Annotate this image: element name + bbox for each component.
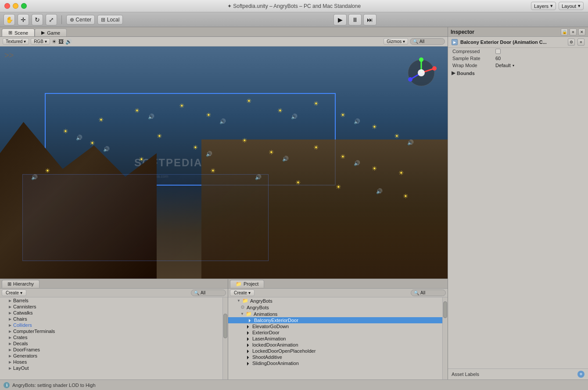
hierarchy-item-decals[interactable]: ▶ Decals <box>0 340 228 347</box>
add-label-button[interactable]: + <box>577 371 584 378</box>
hierarchy-item-crates[interactable]: ▶ Crates <box>0 334 228 340</box>
hierarchy-item-hoses[interactable]: ▶ Hoses <box>0 359 228 365</box>
image-icon: 🖼 <box>58 39 64 45</box>
close-button[interactable] <box>4 3 10 9</box>
hierarchy-icon: ⊞ <box>7 281 11 287</box>
anim-icon: ⏵ <box>246 330 251 335</box>
wrap-mode-label: Wrap Mode <box>452 63 492 68</box>
status-info-icon: ℹ <box>4 382 10 388</box>
inspector-spacer <box>448 77 588 369</box>
hierarchy-create-button[interactable]: Create ▾ <box>2 290 26 296</box>
toolbar-separator <box>61 15 62 24</box>
project-item-laser-animation[interactable]: ⏵ LaserAnimation <box>228 336 448 342</box>
sample-rate-label: Sample Rate <box>452 56 492 61</box>
project-header: 📁 Project <box>228 279 448 289</box>
hierarchy-item-barrels[interactable]: ▶ Barrels <box>0 297 228 304</box>
move-tool-button[interactable]: ✛ <box>18 14 29 25</box>
project-item-shoot-additive[interactable]: ⏵ ShootAdditive <box>228 354 448 360</box>
textured-button[interactable]: Textured ▾ <box>3 38 29 45</box>
project-search-field[interactable]: 🔍 All <box>411 290 446 296</box>
file-icon: ⚙ <box>240 304 245 310</box>
titlebar: ✦ Softpedia.unity – AngryBots – PC and M… <box>0 0 588 12</box>
project-item-exterior-door[interactable]: ⏵ ExteriorDoor <box>228 329 448 336</box>
layout-dropdown[interactable]: Layout ▾ <box>559 2 584 10</box>
viewport-search[interactable]: 🔍 All <box>410 38 445 45</box>
local-icon: ⊞ <box>101 17 105 23</box>
project-item-locked-door-open-placeholder[interactable]: ⏵ LockedDoorOpenPlaceholder <box>228 348 448 354</box>
game-tab-icon: ▶ <box>41 30 45 36</box>
inspector-header: Inspector 🔒 ≡ ✕ <box>448 27 588 37</box>
playback-controls: ▶ ⏸ ⏭ <box>125 14 584 25</box>
hierarchy-item-computer-terminals[interactable]: ▶ ComputerTerminals <box>0 328 228 334</box>
hierarchy-scrollbar-thumb[interactable] <box>223 314 227 338</box>
hierarchy-search-field[interactable]: 🔍 All <box>191 290 226 296</box>
hierarchy-scrollbar[interactable] <box>222 297 228 379</box>
inspector-lock-button[interactable]: 🔒 <box>561 29 568 36</box>
anim-icon: ⏵ <box>246 342 251 347</box>
scale-tool-button[interactable]: ⤢ <box>46 14 57 25</box>
gizmos-button[interactable]: Gizmos ▾ <box>384 38 408 45</box>
scene-tab-icon: ⊞ <box>8 30 12 36</box>
inspector-menu-button[interactable]: ≡ <box>570 29 577 36</box>
project-item-angrybots[interactable]: ⚙ AngryBots <box>228 304 448 311</box>
inspector-bounds-section[interactable]: ▶ Bounds <box>448 69 588 77</box>
hierarchy-item-colliders[interactable]: ▶ Colliders <box>0 322 228 328</box>
project-scrollbar[interactable] <box>442 297 448 379</box>
hierarchy-header: ⊞ Hierarchy <box>0 279 228 289</box>
window-title: ✦ Softpedia.unity – AngryBots – PC and M… <box>227 3 361 9</box>
project-tab[interactable]: 📁 Project <box>230 280 264 288</box>
chevron-down-icon: ▾ <box>578 3 581 9</box>
rotate-tool-button[interactable]: ↻ <box>32 14 43 25</box>
project-content: ▼ 📁 AngryBots ⚙ AngryBots ▼ 📁 Animations <box>228 297 448 379</box>
project-item-locked-door-animation[interactable]: ⏵ lockedDoorAnimation <box>228 342 448 348</box>
play-button[interactable]: ▶ <box>333 14 347 25</box>
sample-rate-value: 60 <box>495 56 584 61</box>
project-item-elevator-go-down[interactable]: ⏵ ElevatorGoDown <box>228 323 448 329</box>
center-button[interactable]: ⊕ Center <box>66 15 95 25</box>
light-icon: ☀ <box>52 39 57 45</box>
anim-icon: ⏵ <box>246 348 251 354</box>
project-panel: 📁 Project Create ▾ 🔍 All <box>228 279 448 379</box>
project-item-sliding-door-animation[interactable]: ⏵ SlidingDoorAnimation <box>228 360 448 366</box>
hierarchy-item-catwalks[interactable]: ▶ Catwalks <box>0 310 228 316</box>
rgb-button[interactable]: RGB ▾ <box>31 38 50 45</box>
scene-viewport[interactable]: >> SOFTPEDIA www.softpedia.com <box>0 47 448 279</box>
anim-icon: ⏵ <box>246 354 251 360</box>
hierarchy-item-layout[interactable]: ▶ LayOut <box>0 365 228 371</box>
step-button[interactable]: ⏭ <box>363 14 376 25</box>
hand-tool-button[interactable]: ✋ <box>4 14 15 25</box>
hierarchy-tab[interactable]: ⊞ Hierarchy <box>2 280 39 288</box>
project-item-balcony-exterior-door[interactable]: ⏵ BalconyExteriorDoor <box>228 317 448 323</box>
hierarchy-item-cannisters[interactable]: ▶ Cannisters <box>0 304 228 310</box>
hierarchy-item-generators[interactable]: ▶ Generators <box>0 353 228 359</box>
title-right-controls: Layers ▾ Layout ▾ <box>531 2 584 10</box>
asset-labels-title: Asset Labels <box>452 372 479 377</box>
inspector-asset-more[interactable]: ≡ <box>577 39 584 46</box>
inspector-asset-settings[interactable]: ⚙ <box>568 39 575 46</box>
project-item-angrybots-root[interactable]: ▼ 📁 AngryBots <box>228 297 448 304</box>
chevron-indicator: >> <box>4 51 14 60</box>
inspector-asset-row: ▶ Balcony Exterior Door (Animation C... … <box>448 37 588 48</box>
maximize-button[interactable] <box>21 3 27 9</box>
wrap-mode-dropdown[interactable]: Default ▾ <box>495 63 514 68</box>
inspector-icon-buttons: 🔒 ≡ ✕ <box>561 29 585 36</box>
scene-toolbar: Textured ▾ RGB ▾ ☀ 🖼 🔊 Gizmos ▾ 🔍 All <box>0 37 448 47</box>
hierarchy-item-doorframes[interactable]: ▶ DoorFrames <box>0 347 228 353</box>
scene-tab[interactable]: ⊞ Scene <box>2 29 35 36</box>
anim-icon: ⏵ <box>246 336 251 341</box>
asset-name: Balcony Exterior Door (Animation C... <box>460 39 565 45</box>
svg-point-7 <box>418 69 425 76</box>
hierarchy-item-chairs[interactable]: ▶ Chairs <box>0 316 228 322</box>
layers-dropdown[interactable]: Layers ▾ <box>531 2 556 10</box>
local-button[interactable]: ⊞ Local <box>97 15 123 25</box>
game-tab[interactable]: ▶ Game <box>35 29 67 36</box>
compressed-checkbox[interactable] <box>495 49 501 54</box>
pause-button[interactable]: ⏸ <box>348 14 362 25</box>
minimize-button[interactable] <box>13 3 18 9</box>
scene-gizmo <box>404 55 439 90</box>
project-create-button[interactable]: Create ▾ <box>230 290 255 296</box>
project-item-animations[interactable]: ▼ 📁 Animations <box>228 311 448 317</box>
inspector-close-button[interactable]: ✕ <box>578 29 585 36</box>
project-scrollbar-thumb[interactable] <box>443 301 447 318</box>
search-icon: 🔍 <box>413 39 418 44</box>
